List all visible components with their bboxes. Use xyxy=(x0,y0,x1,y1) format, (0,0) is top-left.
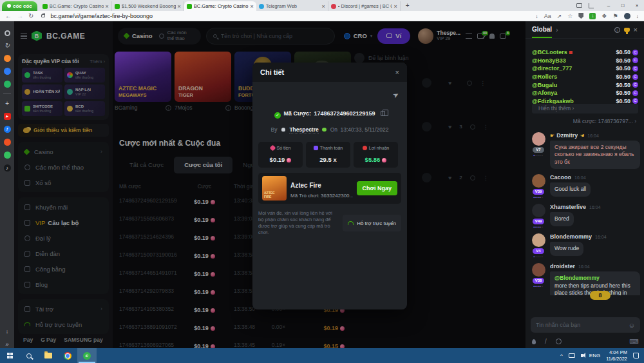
download-manager-icon[interactable]: ↓ xyxy=(589,13,596,19)
browser-tab[interactable]: BC.Game: Crypto Casino Gam × xyxy=(184,1,256,11)
chat-close-icon[interactable]: × xyxy=(634,26,638,34)
rain-tip-icon[interactable] xyxy=(532,339,536,344)
chat-username[interactable]: droidster xyxy=(550,263,575,270)
back-button[interactable]: ← xyxy=(5,11,12,21)
chat-username[interactable]: Dzmitry xyxy=(556,132,578,139)
support-button[interactable]: Hỗ trợ trực tuyến xyxy=(343,215,401,231)
window-minimize-button[interactable]: – xyxy=(601,0,616,11)
avatar[interactable] xyxy=(532,204,545,217)
new-messages-pill[interactable]: 8 xyxy=(590,291,611,300)
chat-username[interactable]: Blondemommy xyxy=(550,233,592,240)
messenger-icon[interactable] xyxy=(4,68,11,75)
start-button[interactable] xyxy=(0,348,19,363)
taskbar-clock[interactable]: 4:04 PM 11/6/2022 xyxy=(606,349,627,362)
screenshot-icon[interactable] xyxy=(576,3,582,8)
forward-button[interactable]: → xyxy=(17,11,23,21)
youtube-icon[interactable]: ▶ xyxy=(4,113,11,120)
avatar[interactable] xyxy=(532,174,545,188)
tip-row[interactable]: @BCLooters $0.50 C xyxy=(532,48,638,57)
chat-username[interactable]: Xhamsterlive xyxy=(550,204,586,210)
tab-close-icon[interactable]: × xyxy=(394,3,397,10)
browser-tab[interactable]: BC.Game: Crypto Casino Gam × xyxy=(40,1,112,11)
share-icon[interactable]: ➤ xyxy=(391,90,400,101)
file-explorer-icon[interactable] xyxy=(39,348,58,363)
tab-close-icon[interactable]: × xyxy=(322,3,325,10)
avatar[interactable] xyxy=(532,263,545,277)
tip-row[interactable]: @Rollers $0.50 C xyxy=(532,73,638,81)
tip-username[interactable]: @Afonya xyxy=(532,90,557,96)
downloads-icon[interactable]: ↓ xyxy=(4,328,11,335)
network-icon[interactable] xyxy=(569,353,575,358)
collapse-icon[interactable]: » xyxy=(4,341,11,348)
tip-row[interactable]: @Hon3yB33 $0.50 C xyxy=(532,57,638,65)
language-indicator[interactable]: ENG xyxy=(589,353,600,358)
coccoc-taskbar-icon[interactable]: c xyxy=(77,348,97,363)
tip-username[interactable]: @Hon3yB33 xyxy=(532,57,566,64)
chat-input[interactable]: ☺ xyxy=(531,317,640,333)
downloads-tray-icon[interactable]: ↓ xyxy=(636,13,639,19)
chrome-icon[interactable] xyxy=(58,348,77,363)
copy-icon[interactable] xyxy=(381,111,385,116)
bet-id-link[interactable]: Mã cược: 1748736797... › xyxy=(573,118,636,124)
tip-username[interactable]: @BCLooters xyxy=(532,49,567,55)
adblock-shield-icon[interactable] xyxy=(578,13,583,19)
games-icon[interactable] xyxy=(4,81,11,88)
browser-tab[interactable]: • Discord | #games | BC G × xyxy=(328,1,401,11)
tip-username[interactable]: @Bugalu xyxy=(532,82,557,88)
modal-close-icon[interactable]: × xyxy=(395,68,399,76)
chevron-right-icon[interactable]: › xyxy=(556,26,558,34)
bet-user-link[interactable]: Thespectre xyxy=(289,126,318,133)
window-maximize-button[interactable]: □ xyxy=(616,0,630,11)
avatar[interactable] xyxy=(532,132,545,146)
volume-icon[interactable] xyxy=(581,354,583,357)
tab-close-icon[interactable]: × xyxy=(251,3,254,10)
ssl-lock-icon[interactable] xyxy=(41,14,45,17)
share-icon[interactable]: ↗ xyxy=(557,13,562,19)
tip-row[interactable]: @Bugalu $0.50 C xyxy=(532,81,638,89)
shopee-icon[interactable] xyxy=(4,139,11,146)
notification-center-icon[interactable] xyxy=(633,353,639,358)
keyboard-icon[interactable]: ⌨ xyxy=(630,338,639,345)
tip-username[interactable]: @Rollers xyxy=(532,74,557,80)
coin-toggle-icon[interactable] xyxy=(556,338,562,344)
tip-row[interactable]: @Afonya $0.50 C xyxy=(532,89,638,97)
translate-icon[interactable]: Aa xyxy=(544,13,551,19)
chat-message-field[interactable] xyxy=(536,322,625,328)
reload-button[interactable]: ↻ xyxy=(28,11,33,21)
taskbar-search-icon[interactable] xyxy=(19,348,39,363)
flag-icon[interactable]: ⚑ xyxy=(612,13,618,19)
tab-close-icon[interactable]: × xyxy=(178,3,181,10)
new-tab-button[interactable]: + xyxy=(401,2,415,9)
browser-tab[interactable]: $1,500 Weekend Booongo M × xyxy=(112,1,184,11)
show-more-button[interactable]: Hiển thị thêm › xyxy=(532,104,638,113)
commands-icon[interactable]: / xyxy=(545,338,547,345)
play-now-button[interactable]: Chơi Ngay xyxy=(357,181,397,195)
add-shortcut-icon[interactable]: + xyxy=(4,100,11,107)
sidebar-toggle-icon[interactable] xyxy=(589,3,594,8)
facebook-icon[interactable]: f xyxy=(4,126,11,133)
extensions-icon[interactable]: ❖ xyxy=(601,13,607,19)
tip-username[interactable]: @director_777 xyxy=(532,65,572,72)
game-thumbnail[interactable]: AZTEC FIRE xyxy=(262,176,287,201)
chat-channel-tab[interactable]: Global xyxy=(532,22,552,38)
settings-gear-icon[interactable] xyxy=(5,30,10,36)
chat-rules-icon[interactable]: i xyxy=(614,27,620,33)
browser-tab[interactable]: Telegram Web × xyxy=(256,1,328,11)
profile-avatar[interactable] xyxy=(624,13,630,19)
window-close-button[interactable]: × xyxy=(630,0,644,11)
address-bar[interactable]: bc.game/vi/game/aztec-fire-by-booongo xyxy=(50,13,530,19)
zalo-icon[interactable] xyxy=(4,152,11,159)
emoji-icon[interactable]: ☺ xyxy=(629,322,635,329)
shortcut-icon[interactable] xyxy=(4,55,11,62)
coccoc-menu-button[interactable]: cốc cốc xyxy=(2,1,37,11)
tiktok-icon[interactable]: ♪ xyxy=(4,164,11,172)
chat-username[interactable]: Cacooo xyxy=(550,174,571,181)
tab-close-icon[interactable]: × xyxy=(106,3,109,10)
tray-expand-icon[interactable]: ^ xyxy=(560,353,563,358)
save-page-icon[interactable]: ↓ xyxy=(535,13,538,19)
bookmark-star-icon[interactable]: ☆ xyxy=(567,13,573,19)
history-icon[interactable]: ↻ xyxy=(4,42,11,49)
tip-row[interactable]: @director_777 $0.50 C xyxy=(532,64,638,73)
trophy-icon[interactable] xyxy=(624,28,630,32)
avatar[interactable] xyxy=(532,233,545,247)
